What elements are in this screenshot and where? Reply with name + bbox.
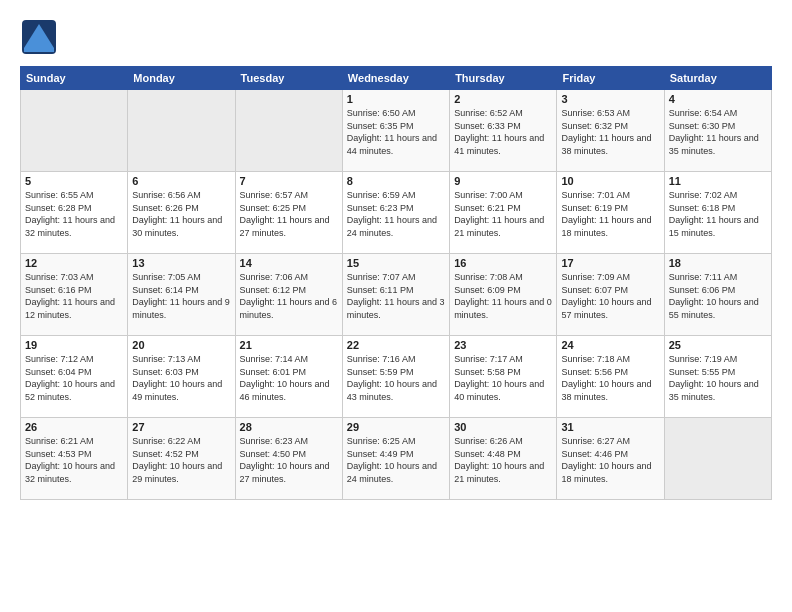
cell-text: Sunrise: 7:11 AMSunset: 6:06 PMDaylight:… — [669, 272, 759, 320]
calendar-cell: 23Sunrise: 7:17 AMSunset: 5:58 PMDayligh… — [450, 336, 557, 418]
calendar-cell: 24Sunrise: 7:18 AMSunset: 5:56 PMDayligh… — [557, 336, 664, 418]
calendar-week: 19Sunrise: 7:12 AMSunset: 6:04 PMDayligh… — [21, 336, 772, 418]
day-number: 25 — [669, 339, 767, 351]
day-number: 13 — [132, 257, 230, 269]
calendar-cell: 13Sunrise: 7:05 AMSunset: 6:14 PMDayligh… — [128, 254, 235, 336]
cell-text: Sunrise: 6:53 AMSunset: 6:32 PMDaylight:… — [561, 108, 651, 156]
calendar-week: 12Sunrise: 7:03 AMSunset: 6:16 PMDayligh… — [21, 254, 772, 336]
cell-text: Sunrise: 7:14 AMSunset: 6:01 PMDaylight:… — [240, 354, 330, 402]
calendar-cell: 6Sunrise: 6:56 AMSunset: 6:26 PMDaylight… — [128, 172, 235, 254]
header-row: SundayMondayTuesdayWednesdayThursdayFrid… — [21, 67, 772, 90]
day-number: 1 — [347, 93, 445, 105]
day-number: 6 — [132, 175, 230, 187]
calendar-cell: 5Sunrise: 6:55 AMSunset: 6:28 PMDaylight… — [21, 172, 128, 254]
cell-text: Sunrise: 6:56 AMSunset: 6:26 PMDaylight:… — [132, 190, 222, 238]
calendar-cell: 9Sunrise: 7:00 AMSunset: 6:21 PMDaylight… — [450, 172, 557, 254]
calendar-cell: 8Sunrise: 6:59 AMSunset: 6:23 PMDaylight… — [342, 172, 449, 254]
calendar-cell: 29Sunrise: 6:25 AMSunset: 4:49 PMDayligh… — [342, 418, 449, 500]
cell-text: Sunrise: 7:07 AMSunset: 6:11 PMDaylight:… — [347, 272, 445, 320]
calendar-cell: 19Sunrise: 7:12 AMSunset: 6:04 PMDayligh… — [21, 336, 128, 418]
calendar-cell: 21Sunrise: 7:14 AMSunset: 6:01 PMDayligh… — [235, 336, 342, 418]
day-number: 11 — [669, 175, 767, 187]
weekday-header: Sunday — [21, 67, 128, 90]
svg-rect-2 — [24, 48, 54, 52]
day-number: 30 — [454, 421, 552, 433]
cell-text: Sunrise: 6:22 AMSunset: 4:52 PMDaylight:… — [132, 436, 222, 484]
page-container: SundayMondayTuesdayWednesdayThursdayFrid… — [0, 0, 792, 510]
logo — [20, 18, 60, 56]
calendar-week: 5Sunrise: 6:55 AMSunset: 6:28 PMDaylight… — [21, 172, 772, 254]
calendar-cell: 16Sunrise: 7:08 AMSunset: 6:09 PMDayligh… — [450, 254, 557, 336]
calendar-cell: 26Sunrise: 6:21 AMSunset: 4:53 PMDayligh… — [21, 418, 128, 500]
day-number: 3 — [561, 93, 659, 105]
day-number: 7 — [240, 175, 338, 187]
calendar-week: 1Sunrise: 6:50 AMSunset: 6:35 PMDaylight… — [21, 90, 772, 172]
day-number: 17 — [561, 257, 659, 269]
day-number: 5 — [25, 175, 123, 187]
calendar-table: SundayMondayTuesdayWednesdayThursdayFrid… — [20, 66, 772, 500]
cell-text: Sunrise: 6:50 AMSunset: 6:35 PMDaylight:… — [347, 108, 437, 156]
calendar-cell — [664, 418, 771, 500]
cell-text: Sunrise: 7:05 AMSunset: 6:14 PMDaylight:… — [132, 272, 230, 320]
calendar-cell — [128, 90, 235, 172]
calendar-cell: 17Sunrise: 7:09 AMSunset: 6:07 PMDayligh… — [557, 254, 664, 336]
calendar-week: 26Sunrise: 6:21 AMSunset: 4:53 PMDayligh… — [21, 418, 772, 500]
day-number: 16 — [454, 257, 552, 269]
cell-text: Sunrise: 7:16 AMSunset: 5:59 PMDaylight:… — [347, 354, 437, 402]
day-number: 19 — [25, 339, 123, 351]
day-number: 20 — [132, 339, 230, 351]
cell-text: Sunrise: 6:21 AMSunset: 4:53 PMDaylight:… — [25, 436, 115, 484]
calendar-cell: 14Sunrise: 7:06 AMSunset: 6:12 PMDayligh… — [235, 254, 342, 336]
cell-text: Sunrise: 6:26 AMSunset: 4:48 PMDaylight:… — [454, 436, 544, 484]
cell-text: Sunrise: 7:13 AMSunset: 6:03 PMDaylight:… — [132, 354, 222, 402]
cell-text: Sunrise: 6:59 AMSunset: 6:23 PMDaylight:… — [347, 190, 437, 238]
weekday-header: Monday — [128, 67, 235, 90]
day-number: 9 — [454, 175, 552, 187]
cell-text: Sunrise: 7:17 AMSunset: 5:58 PMDaylight:… — [454, 354, 544, 402]
weekday-header: Saturday — [664, 67, 771, 90]
day-number: 18 — [669, 257, 767, 269]
cell-text: Sunrise: 7:09 AMSunset: 6:07 PMDaylight:… — [561, 272, 651, 320]
cell-text: Sunrise: 7:06 AMSunset: 6:12 PMDaylight:… — [240, 272, 338, 320]
cell-text: Sunrise: 6:27 AMSunset: 4:46 PMDaylight:… — [561, 436, 651, 484]
calendar-cell: 30Sunrise: 6:26 AMSunset: 4:48 PMDayligh… — [450, 418, 557, 500]
day-number: 4 — [669, 93, 767, 105]
calendar-cell: 18Sunrise: 7:11 AMSunset: 6:06 PMDayligh… — [664, 254, 771, 336]
cell-text: Sunrise: 7:00 AMSunset: 6:21 PMDaylight:… — [454, 190, 544, 238]
cell-text: Sunrise: 6:25 AMSunset: 4:49 PMDaylight:… — [347, 436, 437, 484]
day-number: 31 — [561, 421, 659, 433]
day-number: 28 — [240, 421, 338, 433]
day-number: 10 — [561, 175, 659, 187]
calendar-cell: 27Sunrise: 6:22 AMSunset: 4:52 PMDayligh… — [128, 418, 235, 500]
calendar-cell: 7Sunrise: 6:57 AMSunset: 6:25 PMDaylight… — [235, 172, 342, 254]
cell-text: Sunrise: 7:01 AMSunset: 6:19 PMDaylight:… — [561, 190, 651, 238]
calendar-cell: 28Sunrise: 6:23 AMSunset: 4:50 PMDayligh… — [235, 418, 342, 500]
day-number: 26 — [25, 421, 123, 433]
cell-text: Sunrise: 7:18 AMSunset: 5:56 PMDaylight:… — [561, 354, 651, 402]
calendar-cell: 12Sunrise: 7:03 AMSunset: 6:16 PMDayligh… — [21, 254, 128, 336]
day-number: 24 — [561, 339, 659, 351]
calendar-cell — [235, 90, 342, 172]
calendar-cell: 15Sunrise: 7:07 AMSunset: 6:11 PMDayligh… — [342, 254, 449, 336]
weekday-header: Thursday — [450, 67, 557, 90]
day-number: 15 — [347, 257, 445, 269]
day-number: 12 — [25, 257, 123, 269]
calendar-cell — [21, 90, 128, 172]
cell-text: Sunrise: 6:54 AMSunset: 6:30 PMDaylight:… — [669, 108, 759, 156]
day-number: 8 — [347, 175, 445, 187]
day-number: 23 — [454, 339, 552, 351]
cell-text: Sunrise: 7:19 AMSunset: 5:55 PMDaylight:… — [669, 354, 759, 402]
day-number: 14 — [240, 257, 338, 269]
calendar-cell: 25Sunrise: 7:19 AMSunset: 5:55 PMDayligh… — [664, 336, 771, 418]
logo-icon — [20, 18, 58, 56]
weekday-header: Tuesday — [235, 67, 342, 90]
calendar-cell: 10Sunrise: 7:01 AMSunset: 6:19 PMDayligh… — [557, 172, 664, 254]
calendar-cell: 31Sunrise: 6:27 AMSunset: 4:46 PMDayligh… — [557, 418, 664, 500]
cell-text: Sunrise: 7:08 AMSunset: 6:09 PMDaylight:… — [454, 272, 552, 320]
calendar-cell: 20Sunrise: 7:13 AMSunset: 6:03 PMDayligh… — [128, 336, 235, 418]
day-number: 21 — [240, 339, 338, 351]
day-number: 22 — [347, 339, 445, 351]
day-number: 29 — [347, 421, 445, 433]
cell-text: Sunrise: 6:55 AMSunset: 6:28 PMDaylight:… — [25, 190, 115, 238]
cell-text: Sunrise: 7:02 AMSunset: 6:18 PMDaylight:… — [669, 190, 759, 238]
